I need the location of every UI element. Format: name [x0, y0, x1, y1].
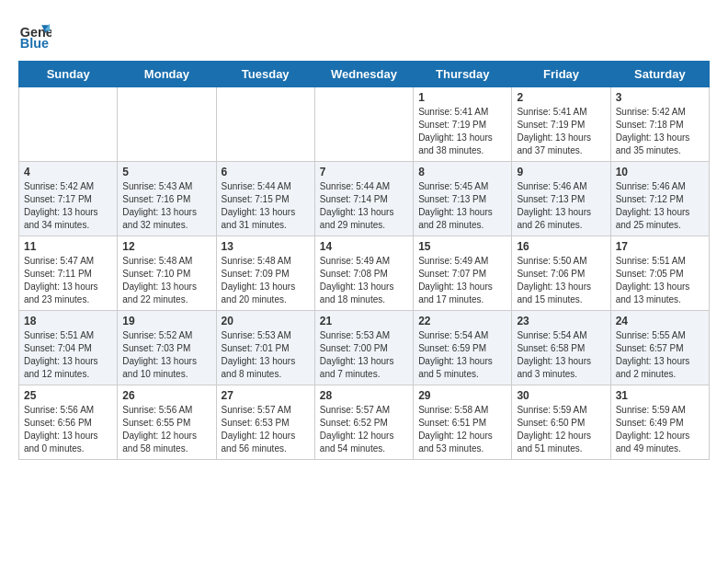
day-info: Sunrise: 5:44 AM Sunset: 7:14 PM Dayligh…	[320, 180, 408, 232]
day-number: 17	[616, 240, 704, 253]
day-cell: 7Sunrise: 5:44 AM Sunset: 7:14 PM Daylig…	[314, 162, 413, 236]
day-number: 15	[418, 240, 506, 253]
day-number: 20	[222, 315, 310, 327]
day-info: Sunrise: 5:51 AM Sunset: 7:04 PM Dayligh…	[24, 329, 112, 381]
day-info: Sunrise: 5:48 AM Sunset: 7:10 PM Dayligh…	[122, 255, 210, 306]
day-number: 24	[616, 315, 704, 327]
day-cell: 19Sunrise: 5:52 AM Sunset: 7:03 PM Dayli…	[118, 311, 216, 385]
day-cell: 11Sunrise: 5:47 AM Sunset: 7:11 PM Dayli…	[19, 236, 118, 311]
day-number: 14	[320, 240, 408, 253]
day-number: 21	[320, 315, 408, 327]
calendar-table: SundayMondayTuesdayWednesdayThursdayFrid…	[18, 61, 710, 460]
day-number: 3	[616, 91, 704, 104]
day-info: Sunrise: 5:53 AM Sunset: 7:00 PM Dayligh…	[320, 329, 408, 381]
week-row-1: 1Sunrise: 5:41 AM Sunset: 7:19 PM Daylig…	[19, 87, 710, 162]
day-cell: 20Sunrise: 5:53 AM Sunset: 7:01 PM Dayli…	[216, 311, 314, 385]
day-number: 10	[616, 166, 704, 178]
svg-text:Blue: Blue	[20, 36, 49, 51]
day-number: 11	[24, 240, 112, 253]
day-number: 9	[517, 166, 605, 178]
day-info: Sunrise: 5:42 AM Sunset: 7:17 PM Dayligh…	[24, 180, 112, 232]
day-info: Sunrise: 5:46 AM Sunset: 7:12 PM Dayligh…	[616, 180, 704, 232]
day-number: 19	[122, 315, 210, 327]
day-cell: 17Sunrise: 5:51 AM Sunset: 7:05 PM Dayli…	[610, 236, 709, 311]
day-number: 29	[418, 389, 506, 402]
day-info: Sunrise: 5:56 AM Sunset: 6:56 PM Dayligh…	[24, 404, 112, 455]
day-cell: 5Sunrise: 5:43 AM Sunset: 7:16 PM Daylig…	[118, 162, 216, 236]
day-number: 5	[122, 166, 210, 178]
day-number: 25	[24, 389, 112, 402]
day-cell: 14Sunrise: 5:49 AM Sunset: 7:08 PM Dayli…	[314, 236, 413, 311]
day-info: Sunrise: 5:50 AM Sunset: 7:06 PM Dayligh…	[517, 255, 605, 306]
day-info: Sunrise: 5:47 AM Sunset: 7:11 PM Dayligh…	[24, 255, 112, 306]
day-info: Sunrise: 5:53 AM Sunset: 7:01 PM Dayligh…	[222, 329, 310, 381]
day-number: 8	[418, 166, 506, 178]
day-cell: 3Sunrise: 5:42 AM Sunset: 7:18 PM Daylig…	[610, 87, 709, 162]
day-number: 28	[320, 389, 408, 402]
header-row: SundayMondayTuesdayWednesdayThursdayFrid…	[19, 62, 710, 87]
day-number: 4	[24, 166, 112, 178]
day-info: Sunrise: 5:48 AM Sunset: 7:09 PM Dayligh…	[222, 255, 310, 306]
day-info: Sunrise: 5:57 AM Sunset: 6:52 PM Dayligh…	[320, 404, 408, 455]
day-cell	[118, 87, 216, 162]
day-number: 27	[222, 389, 310, 402]
day-info: Sunrise: 5:58 AM Sunset: 6:51 PM Dayligh…	[418, 404, 506, 455]
column-header-saturday: Saturday	[610, 62, 709, 87]
logo: General Blue	[18, 18, 55, 52]
day-info: Sunrise: 5:52 AM Sunset: 7:03 PM Dayligh…	[122, 329, 210, 381]
day-cell: 8Sunrise: 5:45 AM Sunset: 7:13 PM Daylig…	[414, 162, 512, 236]
day-info: Sunrise: 5:49 AM Sunset: 7:08 PM Dayligh…	[320, 255, 408, 306]
day-cell: 24Sunrise: 5:55 AM Sunset: 6:57 PM Dayli…	[610, 311, 709, 385]
day-number: 18	[24, 315, 112, 327]
day-info: Sunrise: 5:44 AM Sunset: 7:15 PM Dayligh…	[222, 180, 310, 232]
day-info: Sunrise: 5:55 AM Sunset: 6:57 PM Dayligh…	[616, 329, 704, 381]
page-header: General Blue	[18, 18, 710, 52]
week-row-3: 11Sunrise: 5:47 AM Sunset: 7:11 PM Dayli…	[19, 236, 710, 311]
day-number: 7	[320, 166, 408, 178]
day-info: Sunrise: 5:51 AM Sunset: 7:05 PM Dayligh…	[616, 255, 704, 306]
day-number: 13	[222, 240, 310, 253]
day-number: 22	[418, 315, 506, 327]
day-info: Sunrise: 5:41 AM Sunset: 7:19 PM Dayligh…	[517, 106, 605, 157]
day-cell	[216, 87, 314, 162]
day-number: 16	[517, 240, 605, 253]
day-info: Sunrise: 5:59 AM Sunset: 6:49 PM Dayligh…	[616, 404, 704, 455]
day-cell	[19, 87, 118, 162]
column-header-monday: Monday	[118, 62, 216, 87]
day-info: Sunrise: 5:54 AM Sunset: 6:59 PM Dayligh…	[418, 329, 506, 381]
day-cell: 1Sunrise: 5:41 AM Sunset: 7:19 PM Daylig…	[414, 87, 512, 162]
day-cell: 28Sunrise: 5:57 AM Sunset: 6:52 PM Dayli…	[314, 385, 413, 460]
day-info: Sunrise: 5:57 AM Sunset: 6:53 PM Dayligh…	[222, 404, 310, 455]
day-number: 1	[418, 91, 506, 104]
day-cell: 4Sunrise: 5:42 AM Sunset: 7:17 PM Daylig…	[19, 162, 118, 236]
day-number: 31	[616, 389, 704, 402]
day-number: 2	[517, 91, 605, 104]
day-cell: 13Sunrise: 5:48 AM Sunset: 7:09 PM Dayli…	[216, 236, 314, 311]
day-info: Sunrise: 5:41 AM Sunset: 7:19 PM Dayligh…	[418, 106, 506, 157]
column-header-friday: Friday	[512, 62, 610, 87]
day-cell: 30Sunrise: 5:59 AM Sunset: 6:50 PM Dayli…	[512, 385, 610, 460]
day-cell: 21Sunrise: 5:53 AM Sunset: 7:00 PM Dayli…	[314, 311, 413, 385]
logo-icon: General Blue	[18, 18, 51, 52]
week-row-2: 4Sunrise: 5:42 AM Sunset: 7:17 PM Daylig…	[19, 162, 710, 236]
day-cell: 18Sunrise: 5:51 AM Sunset: 7:04 PM Dayli…	[19, 311, 118, 385]
week-row-4: 18Sunrise: 5:51 AM Sunset: 7:04 PM Dayli…	[19, 311, 710, 385]
day-cell: 15Sunrise: 5:49 AM Sunset: 7:07 PM Dayli…	[414, 236, 512, 311]
day-number: 23	[517, 315, 605, 327]
column-header-tuesday: Tuesday	[216, 62, 314, 87]
day-info: Sunrise: 5:56 AM Sunset: 6:55 PM Dayligh…	[122, 404, 210, 455]
day-cell: 29Sunrise: 5:58 AM Sunset: 6:51 PM Dayli…	[414, 385, 512, 460]
day-cell: 31Sunrise: 5:59 AM Sunset: 6:49 PM Dayli…	[610, 385, 709, 460]
column-header-sunday: Sunday	[19, 62, 118, 87]
day-cell: 10Sunrise: 5:46 AM Sunset: 7:12 PM Dayli…	[610, 162, 709, 236]
day-number: 30	[517, 389, 605, 402]
day-cell	[314, 87, 413, 162]
day-number: 6	[222, 166, 310, 178]
day-cell: 12Sunrise: 5:48 AM Sunset: 7:10 PM Dayli…	[118, 236, 216, 311]
day-cell: 25Sunrise: 5:56 AM Sunset: 6:56 PM Dayli…	[19, 385, 118, 460]
day-info: Sunrise: 5:59 AM Sunset: 6:50 PM Dayligh…	[517, 404, 605, 455]
day-cell: 9Sunrise: 5:46 AM Sunset: 7:13 PM Daylig…	[512, 162, 610, 236]
day-cell: 22Sunrise: 5:54 AM Sunset: 6:59 PM Dayli…	[414, 311, 512, 385]
day-info: Sunrise: 5:54 AM Sunset: 6:58 PM Dayligh…	[517, 329, 605, 381]
column-header-thursday: Thursday	[414, 62, 512, 87]
